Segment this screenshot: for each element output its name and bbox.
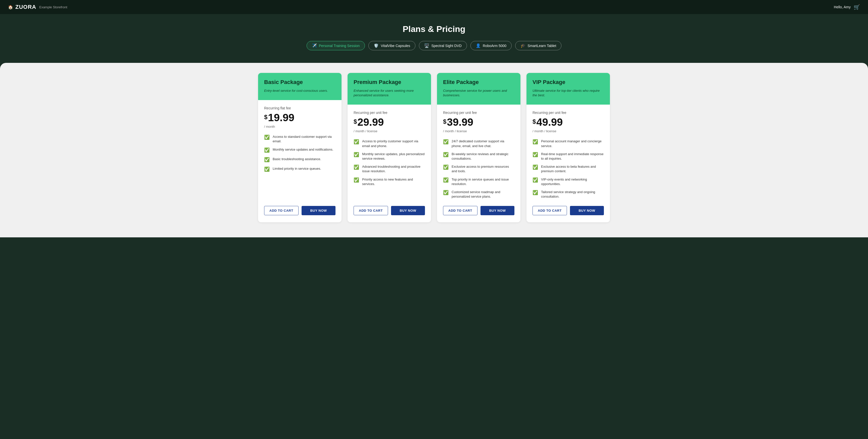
feature-text: Priority access to new features and serv… (362, 177, 425, 186)
home-icon: 🏠 (8, 5, 13, 9)
feature-item: ✅ Exclusive access to premium resources … (443, 165, 515, 174)
navbar-subtitle: Example Storefront (39, 5, 67, 9)
check-icon: ✅ (353, 177, 359, 183)
card-header-elite: Elite Package Comprehensive service for … (437, 73, 521, 105)
pricing-grid: Basic Package Entry-level service for co… (258, 73, 610, 222)
tab-vitalvibe[interactable]: 🛡️ VitalVibe Capsules (368, 41, 415, 50)
card-body-elite: Recurring per unit fee $ 39.99 / month /… (437, 105, 521, 222)
feature-item: ✅ Personal account manager and concierge… (532, 139, 604, 148)
navbar: 🏠 ZUORA Example Storefront Hello, Amy 🛒 (0, 0, 868, 14)
tab-smartlearn-label: SmartLearn Tablet (527, 44, 556, 48)
card-title-vip: VIP Package (532, 79, 604, 86)
check-icon: ✅ (443, 189, 448, 196)
feature-text: Advanced troubleshooting and proactive i… (362, 165, 425, 174)
features-list-basic: ✅ Access to standard customer support vi… (264, 135, 336, 199)
navbar-left: 🏠 ZUORA Example Storefront (8, 4, 67, 10)
pricing-card-vip: VIP Package Ultimate service for top-tie… (526, 73, 610, 222)
check-icon: ✅ (264, 166, 270, 173)
tab-vitalvibe-label: VitalVibe Capsules (381, 44, 410, 48)
tab-spectral-sight-icon: 🖥️ (424, 43, 429, 48)
card-desc-basic: Entry-level service for cost-conscious u… (264, 88, 336, 93)
feature-text: Top priority in service queues and issue… (452, 177, 515, 186)
feature-item: ✅ 24/7 dedicated customer support via ph… (443, 139, 515, 148)
buy-now-button-vip[interactable]: BUY NOW (570, 206, 604, 215)
greeting-text: Hello, Amy (834, 5, 851, 9)
check-icon: ✅ (353, 139, 359, 145)
check-icon: ✅ (264, 147, 270, 153)
feature-item: ✅ Access to standard customer support vi… (264, 135, 336, 144)
card-actions-vip: ADD TO CART BUY NOW (532, 206, 604, 217)
feature-item: ✅ Basic troubleshooting assistance. (264, 157, 336, 163)
feature-text: Access to priority customer support via … (362, 139, 425, 148)
check-icon: ✅ (532, 189, 538, 196)
feature-item: ✅ Real-time support and immediate respon… (532, 152, 604, 161)
card-actions-premium: ADD TO CART BUY NOW (353, 206, 425, 217)
check-icon: ✅ (532, 164, 538, 171)
feature-text: Bi-weekly service reviews and strategic … (452, 152, 515, 161)
feature-text: VIP-only events and networking opportuni… (541, 177, 604, 186)
navbar-right: Hello, Amy 🛒 (834, 4, 860, 10)
tab-smartlearn-icon: 🎓 (521, 43, 525, 48)
card-title-premium: Premium Package (353, 79, 425, 86)
feature-text: Exclusive access to premium resources an… (452, 165, 515, 174)
tab-spectral-sight[interactable]: 🖥️ Spectral Sight DVD (419, 41, 467, 50)
feature-item: ✅ Bi-weekly service reviews and strategi… (443, 152, 515, 161)
pricing-amount-vip: $ 49.99 (532, 116, 604, 128)
card-body-basic: Recurring flat fee $ 19.99 / month ✅ Acc… (258, 100, 342, 222)
add-to-cart-button-basic[interactable]: ADD TO CART (264, 206, 299, 215)
tab-roboarm-icon: 👤 (476, 43, 481, 48)
check-icon: ✅ (443, 139, 448, 145)
feature-text: Access to standard customer support via … (273, 135, 336, 144)
pricing-value-elite: 39.99 (447, 116, 473, 128)
brand-name: ZUORA (15, 4, 36, 10)
feature-text: Monthly service updates, plus personaliz… (362, 152, 425, 161)
check-icon: ✅ (532, 139, 538, 145)
feature-text: Tailored service strategy and ongoing co… (541, 190, 604, 199)
card-title-basic: Basic Package (264, 79, 336, 86)
cart-icon[interactable]: 🛒 (854, 4, 860, 10)
card-actions-basic: ADD TO CART BUY NOW (264, 206, 336, 217)
feature-item: ✅ Monthly service updates and notificati… (264, 147, 336, 153)
add-to-cart-button-premium[interactable]: ADD TO CART (353, 206, 388, 215)
pricing-amount-premium: $ 29.99 (353, 116, 425, 128)
buy-now-button-premium[interactable]: BUY NOW (391, 206, 425, 215)
feature-item: ✅ Advanced troubleshooting and proactive… (353, 165, 425, 174)
add-to-cart-button-vip[interactable]: ADD TO CART (532, 206, 567, 215)
feature-item: ✅ VIP-only events and networking opportu… (532, 177, 604, 186)
buy-now-button-elite[interactable]: BUY NOW (480, 206, 515, 215)
check-icon: ✅ (532, 177, 538, 183)
feature-item: ✅ Exclusive access to beta features and … (532, 165, 604, 174)
feature-item: ✅ Monthly service updates, plus personal… (353, 152, 425, 161)
feature-item: ✅ Priority access to new features and se… (353, 177, 425, 186)
pricing-card-elite: Elite Package Comprehensive service for … (437, 73, 521, 222)
feature-text: Real-time support and immediate response… (541, 152, 604, 161)
card-header-premium: Premium Package Enhanced service for use… (347, 73, 431, 105)
card-actions-elite: ADD TO CART BUY NOW (443, 206, 515, 217)
feature-text: Monthly service updates and notification… (273, 147, 333, 152)
pricing-dollar-basic: $ (264, 114, 268, 121)
buy-now-button-basic[interactable]: BUY NOW (302, 206, 336, 215)
pricing-dollar-vip: $ (532, 118, 536, 125)
tab-vitalvibe-icon: 🛡️ (374, 43, 379, 48)
navbar-logo: 🏠 ZUORA (8, 4, 36, 10)
main-content: Basic Package Entry-level service for co… (0, 63, 868, 237)
card-body-premium: Recurring per unit fee $ 29.99 / month /… (347, 105, 431, 222)
check-icon: ✅ (264, 134, 270, 141)
tab-roboarm[interactable]: 👤 RoboArm 5000 (470, 41, 512, 50)
check-icon: ✅ (443, 152, 448, 158)
pricing-amount-basic: $ 19.99 (264, 112, 336, 124)
tab-spectral-sight-label: Spectral Sight DVD (431, 44, 462, 48)
tab-personal-training[interactable]: ✈️ Personal Training Session (307, 41, 365, 50)
check-icon: ✅ (264, 157, 270, 163)
pricing-label-basic: Recurring flat fee (264, 106, 336, 110)
add-to-cart-button-elite[interactable]: ADD TO CART (443, 206, 477, 215)
check-icon: ✅ (443, 164, 448, 171)
tab-personal-training-icon: ✈️ (312, 43, 317, 48)
feature-text: Limited priority in service queues. (273, 167, 321, 171)
card-desc-premium: Enhanced service for users seeking more … (353, 88, 425, 97)
check-icon: ✅ (532, 152, 538, 158)
feature-text: Personal account manager and concierge s… (541, 139, 604, 148)
tab-smartlearn[interactable]: 🎓 SmartLearn Tablet (515, 41, 561, 50)
feature-item: ✅ Top priority in service queues and iss… (443, 177, 515, 186)
pricing-dollar-elite: $ (443, 118, 446, 125)
